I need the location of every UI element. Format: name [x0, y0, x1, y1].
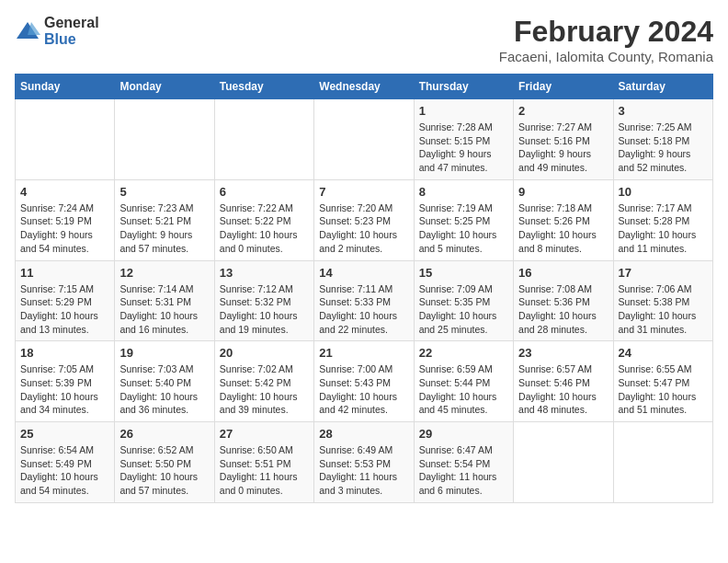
day-number: 11	[20, 266, 109, 280]
calendar-cell: 13Sunrise: 7:12 AM Sunset: 5:32 PM Dayli…	[214, 260, 313, 341]
day-info: Sunrise: 7:27 AM Sunset: 5:16 PM Dayligh…	[518, 121, 608, 175]
calendar-cell: 3Sunrise: 7:25 AM Sunset: 5:18 PM Daylig…	[613, 99, 712, 180]
day-number: 4	[20, 185, 109, 199]
calendar-cell: 15Sunrise: 7:09 AM Sunset: 5:35 PM Dayli…	[414, 260, 513, 341]
day-number: 17	[619, 266, 708, 280]
day-number: 18	[20, 346, 109, 360]
calendar-cell	[314, 99, 414, 180]
calendar-cell: 9Sunrise: 7:18 AM Sunset: 5:26 PM Daylig…	[514, 179, 613, 260]
logo: General Blue	[15, 15, 99, 47]
day-number: 27	[220, 427, 309, 441]
calendar-cell: 4Sunrise: 7:24 AM Sunset: 5:19 PM Daylig…	[16, 179, 115, 260]
day-info: Sunrise: 7:17 AM Sunset: 5:28 PM Dayligh…	[619, 201, 708, 256]
calendar-week-2: 11Sunrise: 7:15 AM Sunset: 5:29 PM Dayli…	[16, 260, 713, 341]
logo-text: General Blue	[44, 15, 99, 47]
calendar-cell: 27Sunrise: 6:50 AM Sunset: 5:51 PM Dayli…	[214, 422, 313, 503]
svg-marker-1	[28, 22, 40, 35]
calendar-cell: 29Sunrise: 6:47 AM Sunset: 5:54 PM Dayli…	[414, 422, 513, 503]
calendar-cell: 20Sunrise: 7:02 AM Sunset: 5:42 PM Dayli…	[214, 341, 313, 422]
calendar-cell: 6Sunrise: 7:22 AM Sunset: 5:22 PM Daylig…	[214, 179, 313, 260]
page-header: General Blue February 2024 Facaeni, Ialo…	[15, 15, 713, 64]
calendar-cell: 21Sunrise: 7:00 AM Sunset: 5:43 PM Dayli…	[314, 341, 414, 422]
day-info: Sunrise: 7:03 AM Sunset: 5:40 PM Dayligh…	[119, 362, 209, 417]
calendar-cell: 23Sunrise: 6:57 AM Sunset: 5:46 PM Dayli…	[514, 341, 613, 422]
calendar-cell: 10Sunrise: 7:17 AM Sunset: 5:28 PM Dayli…	[613, 179, 712, 260]
day-info: Sunrise: 7:11 AM Sunset: 5:33 PM Dayligh…	[319, 282, 408, 337]
logo-icon	[15, 18, 40, 44]
calendar-cell: 12Sunrise: 7:14 AM Sunset: 5:31 PM Dayli…	[115, 260, 214, 341]
day-number: 26	[119, 427, 209, 441]
calendar-cell	[214, 99, 313, 180]
day-number: 21	[319, 346, 408, 360]
weekday-saturday: Saturday	[613, 75, 712, 99]
calendar-cell: 19Sunrise: 7:03 AM Sunset: 5:40 PM Dayli…	[115, 341, 214, 422]
calendar-cell: 25Sunrise: 6:54 AM Sunset: 5:49 PM Dayli…	[16, 422, 115, 503]
day-number: 19	[119, 346, 209, 360]
calendar-table: SundayMondayTuesdayWednesdayThursdayFrid…	[15, 74, 713, 503]
calendar-cell: 24Sunrise: 6:55 AM Sunset: 5:47 PM Dayli…	[613, 341, 712, 422]
day-info: Sunrise: 7:25 AM Sunset: 5:18 PM Dayligh…	[619, 121, 708, 175]
day-info: Sunrise: 7:22 AM Sunset: 5:22 PM Dayligh…	[220, 201, 309, 256]
calendar-cell: 7Sunrise: 7:20 AM Sunset: 5:23 PM Daylig…	[314, 179, 414, 260]
day-number: 5	[119, 185, 209, 199]
subtitle: Facaeni, Ialomita County, Romania	[499, 49, 713, 64]
day-number: 20	[220, 346, 309, 360]
calendar-cell	[514, 422, 613, 503]
day-number: 13	[220, 266, 309, 280]
day-info: Sunrise: 6:47 AM Sunset: 5:54 PM Dayligh…	[419, 443, 508, 498]
calendar-cell: 28Sunrise: 6:49 AM Sunset: 5:53 PM Dayli…	[314, 422, 414, 503]
calendar-cell: 14Sunrise: 7:11 AM Sunset: 5:33 PM Dayli…	[314, 260, 414, 341]
day-info: Sunrise: 6:59 AM Sunset: 5:44 PM Dayligh…	[419, 362, 508, 417]
day-number: 1	[419, 104, 508, 118]
calendar-cell	[115, 99, 214, 180]
day-number: 12	[119, 266, 209, 280]
calendar-cell: 11Sunrise: 7:15 AM Sunset: 5:29 PM Dayli…	[16, 260, 115, 341]
day-info: Sunrise: 7:23 AM Sunset: 5:21 PM Dayligh…	[119, 201, 209, 256]
calendar-week-1: 4Sunrise: 7:24 AM Sunset: 5:19 PM Daylig…	[16, 179, 713, 260]
calendar-week-0: 1Sunrise: 7:28 AM Sunset: 5:15 PM Daylig…	[16, 99, 713, 180]
day-info: Sunrise: 7:05 AM Sunset: 5:39 PM Dayligh…	[20, 362, 109, 417]
calendar-cell: 8Sunrise: 7:19 AM Sunset: 5:25 PM Daylig…	[414, 179, 513, 260]
day-number: 28	[319, 427, 408, 441]
day-info: Sunrise: 6:49 AM Sunset: 5:53 PM Dayligh…	[319, 443, 408, 498]
calendar-cell: 17Sunrise: 7:06 AM Sunset: 5:38 PM Dayli…	[613, 260, 712, 341]
weekday-header-row: SundayMondayTuesdayWednesdayThursdayFrid…	[16, 75, 713, 99]
weekday-tuesday: Tuesday	[214, 75, 313, 99]
day-number: 16	[518, 266, 608, 280]
weekday-sunday: Sunday	[16, 75, 115, 99]
day-info: Sunrise: 7:20 AM Sunset: 5:23 PM Dayligh…	[319, 201, 408, 256]
day-info: Sunrise: 7:00 AM Sunset: 5:43 PM Dayligh…	[319, 362, 408, 417]
calendar-cell	[613, 422, 712, 503]
day-number: 23	[518, 346, 608, 360]
calendar-cell: 5Sunrise: 7:23 AM Sunset: 5:21 PM Daylig…	[115, 179, 214, 260]
day-info: Sunrise: 7:18 AM Sunset: 5:26 PM Dayligh…	[518, 201, 608, 256]
day-info: Sunrise: 6:57 AM Sunset: 5:46 PM Dayligh…	[518, 362, 608, 417]
weekday-thursday: Thursday	[414, 75, 513, 99]
day-number: 2	[518, 104, 608, 118]
day-number: 10	[619, 185, 708, 199]
calendar-cell: 16Sunrise: 7:08 AM Sunset: 5:36 PM Dayli…	[514, 260, 613, 341]
day-number: 14	[319, 266, 408, 280]
calendar-header: SundayMondayTuesdayWednesdayThursdayFrid…	[16, 75, 713, 99]
day-info: Sunrise: 7:08 AM Sunset: 5:36 PM Dayligh…	[518, 282, 608, 337]
main-title: February 2024	[499, 15, 713, 49]
day-number: 22	[419, 346, 508, 360]
day-info: Sunrise: 6:50 AM Sunset: 5:51 PM Dayligh…	[220, 443, 309, 498]
day-info: Sunrise: 7:12 AM Sunset: 5:32 PM Dayligh…	[220, 282, 309, 337]
day-info: Sunrise: 7:24 AM Sunset: 5:19 PM Dayligh…	[20, 201, 109, 256]
calendar-cell: 22Sunrise: 6:59 AM Sunset: 5:44 PM Dayli…	[414, 341, 513, 422]
day-number: 7	[319, 185, 408, 199]
calendar-cell: 2Sunrise: 7:27 AM Sunset: 5:16 PM Daylig…	[514, 99, 613, 180]
day-info: Sunrise: 6:55 AM Sunset: 5:47 PM Dayligh…	[619, 362, 708, 417]
day-info: Sunrise: 6:54 AM Sunset: 5:49 PM Dayligh…	[20, 443, 109, 498]
day-number: 3	[619, 104, 708, 118]
day-info: Sunrise: 7:09 AM Sunset: 5:35 PM Dayligh…	[419, 282, 508, 337]
day-info: Sunrise: 7:14 AM Sunset: 5:31 PM Dayligh…	[119, 282, 209, 337]
weekday-monday: Monday	[115, 75, 214, 99]
calendar-cell	[16, 99, 115, 180]
weekday-friday: Friday	[514, 75, 613, 99]
day-number: 24	[619, 346, 708, 360]
calendar-week-3: 18Sunrise: 7:05 AM Sunset: 5:39 PM Dayli…	[16, 341, 713, 422]
day-number: 29	[419, 427, 508, 441]
calendar-cell: 1Sunrise: 7:28 AM Sunset: 5:15 PM Daylig…	[414, 99, 513, 180]
